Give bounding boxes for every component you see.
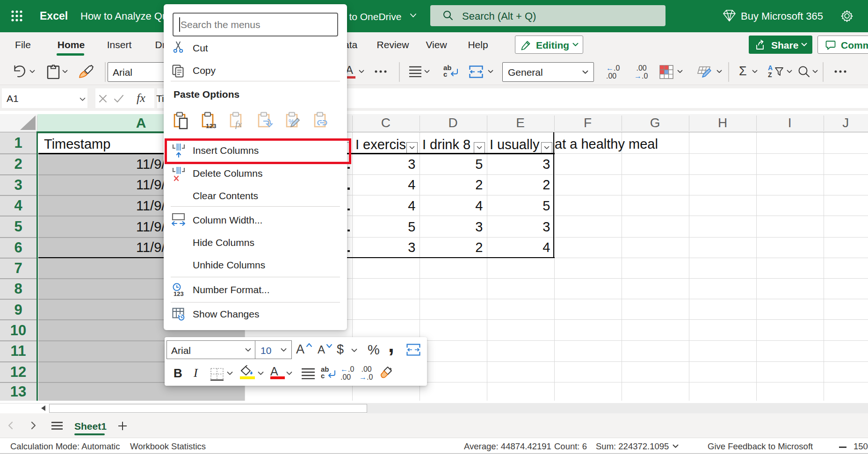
svg-text:fx: fx xyxy=(235,119,242,129)
svg-text:123: 123 xyxy=(174,290,184,297)
svg-text:123: 123 xyxy=(206,123,217,130)
